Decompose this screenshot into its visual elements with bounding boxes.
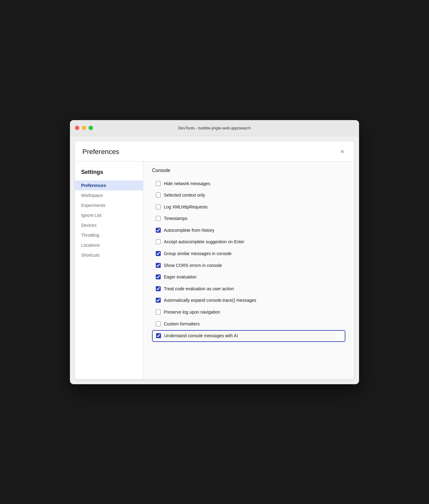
sidebar-item-workspace[interactable]: Workspace bbox=[75, 190, 143, 200]
checkbox-timestamps-label: Timestamps bbox=[164, 216, 187, 222]
checkbox-autocomplete-history-label: Autocomplete from history bbox=[164, 227, 214, 234]
checkbox-understand-console-ai[interactable]: Understand console messages with AI bbox=[152, 330, 345, 342]
checkbox-selected-context[interactable]: Selected context only bbox=[152, 190, 345, 201]
checkbox-group-similar-input[interactable] bbox=[156, 251, 161, 256]
sidebar-item-devices[interactable]: Devices bbox=[75, 220, 143, 230]
sidebar-item-shortcuts[interactable]: Shortcuts bbox=[75, 250, 143, 260]
checkbox-log-xmlhttp[interactable]: Log XMLHttpRequests bbox=[152, 202, 345, 213]
checkbox-expand-console-trace[interactable]: Automatically expand console.trace() mes… bbox=[152, 295, 345, 306]
checkbox-hide-network-label: Hide network messages bbox=[164, 181, 210, 187]
checkbox-hide-network[interactable]: Hide network messages bbox=[152, 178, 345, 189]
traffic-lights bbox=[75, 126, 93, 130]
checkbox-custom-formatters[interactable]: Custom formatters bbox=[152, 319, 345, 330]
checkbox-eager-evaluation[interactable]: Eager evaluation bbox=[152, 272, 345, 283]
close-button[interactable]: × bbox=[338, 147, 347, 156]
section-title: Console bbox=[152, 168, 345, 173]
settings-dialog: Preferences × Settings Preferences Works… bbox=[75, 141, 354, 379]
titlebar-title: DevTools - bubble-jingle.web.app/search bbox=[178, 126, 251, 130]
checkbox-hide-network-input[interactable] bbox=[156, 181, 161, 186]
checkbox-treat-code-label: Treat code evaluation as user action bbox=[164, 286, 234, 292]
checkbox-log-xmlhttp-label: Log XMLHttpRequests bbox=[164, 204, 208, 210]
sidebar-item-ignore-list[interactable]: Ignore List bbox=[75, 210, 143, 220]
dialog-title: Preferences bbox=[82, 148, 119, 156]
checkbox-eager-evaluation-input[interactable] bbox=[156, 274, 161, 279]
checkbox-treat-code-input[interactable] bbox=[156, 286, 161, 291]
checkbox-expand-console-trace-label: Automatically expand console.trace() mes… bbox=[164, 297, 256, 304]
sidebar-item-throttling[interactable]: Throttling bbox=[75, 230, 143, 240]
checkbox-show-cors[interactable]: Show CORS errors in console bbox=[152, 260, 345, 271]
checkbox-group-similar-label: Group similar messages in console bbox=[164, 251, 232, 257]
sidebar-item-experiments[interactable]: Experiments bbox=[75, 200, 143, 210]
sidebar-item-preferences[interactable]: Preferences bbox=[75, 180, 143, 190]
checkbox-treat-code[interactable]: Treat code evaluation as user action bbox=[152, 283, 345, 295]
checkbox-eager-evaluation-label: Eager evaluation bbox=[164, 274, 196, 280]
sidebar-heading: Settings bbox=[75, 166, 143, 180]
checkbox-custom-formatters-label: Custom formatters bbox=[164, 321, 200, 327]
checkbox-timestamps[interactable]: Timestamps bbox=[152, 213, 345, 224]
checkbox-understand-console-ai-input[interactable] bbox=[156, 333, 161, 338]
checkbox-custom-formatters-input[interactable] bbox=[156, 321, 161, 326]
checkbox-log-xmlhttp-input[interactable] bbox=[156, 204, 161, 209]
main-panel: Console Hide network messages Selected c… bbox=[143, 161, 354, 379]
settings-sidebar: Settings Preferences Workspace Experimen… bbox=[75, 161, 143, 379]
checkbox-selected-context-input[interactable] bbox=[156, 193, 161, 198]
checkbox-understand-console-ai-label: Understand console messages with AI bbox=[164, 333, 238, 339]
dialog-content: Settings Preferences Workspace Experimen… bbox=[75, 161, 354, 379]
checkbox-accept-autocomplete-label: Accept autocomplete suggestion on Enter bbox=[164, 239, 244, 245]
checkbox-preserve-log[interactable]: Preserve log upon navigation bbox=[152, 307, 345, 318]
checkbox-preserve-log-input[interactable] bbox=[156, 310, 161, 315]
checkbox-autocomplete-history-input[interactable] bbox=[156, 228, 161, 233]
checkbox-selected-context-label: Selected context only bbox=[164, 192, 205, 198]
titlebar: DevTools - bubble-jingle.web.app/search bbox=[70, 120, 359, 136]
checkbox-show-cors-label: Show CORS errors in console bbox=[164, 263, 222, 269]
close-traffic-light[interactable] bbox=[75, 126, 79, 130]
checkbox-show-cors-input[interactable] bbox=[156, 263, 161, 268]
minimize-traffic-light[interactable] bbox=[82, 126, 86, 130]
checkbox-expand-console-trace-input[interactable] bbox=[156, 298, 161, 303]
dialog-header: Preferences × bbox=[75, 141, 354, 161]
sidebar-item-locations[interactable]: Locations bbox=[75, 240, 143, 250]
checkbox-autocomplete-history[interactable]: Autocomplete from history bbox=[152, 225, 345, 236]
checkbox-preserve-log-label: Preserve log upon navigation bbox=[164, 309, 220, 315]
devtools-window: DevTools - bubble-jingle.web.app/search … bbox=[70, 120, 359, 384]
checkbox-accept-autocomplete-input[interactable] bbox=[156, 239, 161, 244]
maximize-traffic-light[interactable] bbox=[89, 126, 93, 130]
checkbox-timestamps-input[interactable] bbox=[156, 216, 161, 221]
checkbox-group-similar[interactable]: Group similar messages in console bbox=[152, 248, 345, 259]
checkbox-group: Hide network messages Selected context o… bbox=[152, 178, 345, 342]
checkbox-accept-autocomplete[interactable]: Accept autocomplete suggestion on Enter bbox=[152, 236, 345, 248]
